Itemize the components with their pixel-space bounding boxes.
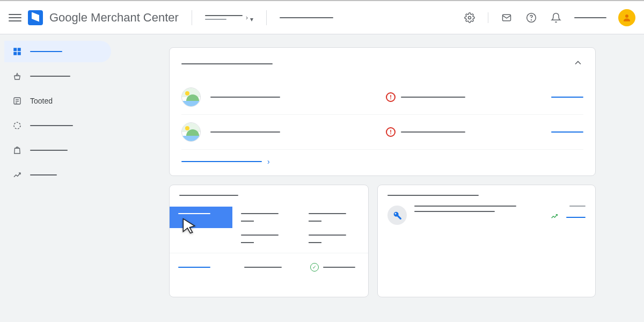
program-thumb-icon: [181, 122, 201, 142]
list-icon: [12, 96, 23, 106]
sidebar-item-label: Tooted: [30, 97, 53, 105]
svg-rect-6: [18, 48, 21, 51]
card-title: [387, 195, 479, 196]
svg-point-13: [14, 122, 20, 129]
avatar[interactable]: [618, 9, 635, 26]
cursor-icon: [180, 217, 197, 235]
bell-icon[interactable]: [550, 11, 562, 24]
sidebar-item-overview[interactable]: [4, 41, 111, 62]
divider: [192, 10, 192, 25]
svg-point-4: [625, 14, 628, 18]
chevron-right-icon: ›: [246, 14, 248, 21]
footer-text: [236, 260, 302, 275]
stat-cell: [170, 228, 232, 250]
account-switcher[interactable]: › ▾: [205, 12, 253, 23]
sidebar-item-shopping[interactable]: [4, 65, 111, 87]
card-title: [179, 195, 238, 196]
chevron-up-icon[interactable]: [573, 57, 583, 70]
error-icon: !: [386, 92, 396, 102]
view-all-link[interactable]: ›: [181, 157, 583, 166]
store-name: [280, 17, 333, 18]
app-logo-icon[interactable]: [28, 10, 43, 25]
program-action-link[interactable]: [551, 97, 583, 98]
chevron-down-icon: ▾: [250, 16, 253, 23]
trend-up-icon: [550, 212, 559, 223]
sidebar-item-performance[interactable]: [4, 115, 111, 136]
stats-card: ✓: [169, 185, 369, 297]
footer-check: ✓: [302, 260, 368, 275]
basket-icon: [12, 71, 23, 82]
program-action-link[interactable]: [551, 131, 583, 133]
sidebar-item-marketing[interactable]: [4, 140, 111, 161]
status-text: [401, 97, 465, 98]
main-content: ! ! ›: [115, 34, 644, 322]
chevron-right-icon: ›: [267, 157, 270, 166]
bag-icon: [12, 145, 23, 156]
card-title: [181, 63, 273, 64]
recommendations-card: [377, 185, 596, 297]
sidebar-item-growth[interactable]: [4, 164, 111, 186]
stat-cell-active[interactable]: [170, 207, 232, 228]
gear-icon[interactable]: [463, 11, 476, 24]
svg-rect-5: [13, 48, 17, 51]
sidebar: Tooted: [0, 34, 115, 322]
program-row[interactable]: !: [181, 115, 583, 150]
status-text: [401, 131, 465, 133]
rec-action-link[interactable]: [566, 217, 586, 218]
program-name: [210, 131, 280, 133]
wrench-icon: [387, 206, 407, 225]
svg-rect-8: [18, 52, 21, 55]
footer-link[interactable]: [170, 260, 236, 275]
help-icon[interactable]: [525, 11, 538, 24]
recommendation-row[interactable]: [387, 206, 586, 225]
svg-point-3: [531, 19, 532, 20]
check-icon: ✓: [310, 263, 319, 272]
program-thumb-icon: [181, 87, 201, 107]
stat-cell[interactable]: [300, 228, 368, 250]
app-header: Google Merchant Center › ▾: [0, 0, 644, 34]
stat-cell[interactable]: [232, 207, 300, 228]
menu-icon[interactable]: [9, 11, 21, 24]
circle-dashed-icon: [12, 120, 23, 131]
error-icon: !: [386, 127, 396, 137]
mail-icon[interactable]: [500, 11, 513, 24]
stat-cell[interactable]: [232, 228, 300, 250]
program-row[interactable]: !: [181, 80, 583, 115]
sidebar-item-products[interactable]: Tooted: [4, 90, 111, 112]
user-name: [574, 17, 606, 18]
program-name: [210, 97, 280, 98]
app-title: Google Merchant Center: [49, 11, 179, 25]
programs-card: ! ! ›: [169, 47, 596, 176]
svg-rect-7: [13, 52, 17, 55]
dashboard-icon: [12, 46, 23, 57]
divider: [266, 10, 267, 25]
stat-cell[interactable]: [300, 207, 368, 228]
trend-icon: [12, 170, 23, 180]
svg-point-0: [469, 16, 471, 19]
